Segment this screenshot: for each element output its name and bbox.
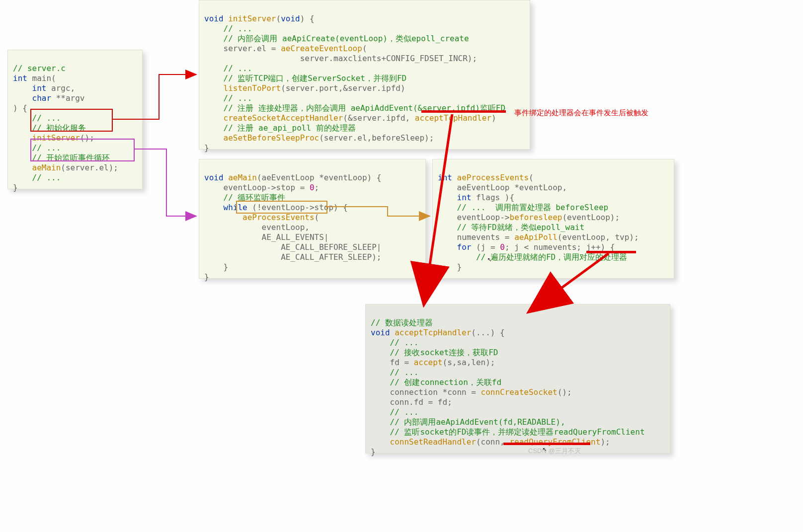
t: } (13, 183, 18, 192)
t: (conn, (476, 437, 509, 447)
t: 0 (500, 242, 505, 252)
t: // 接收socket连接，获取FD (371, 348, 498, 357)
t: flags ){ (471, 193, 514, 202)
t: // 开始监听事件循环 (13, 153, 110, 162)
t: connSetReadHandler (390, 437, 476, 447)
t: // 内部调用aeApiAddEvent(fd,READABLE), (371, 417, 565, 427)
t: ( (315, 213, 320, 222)
t: initServer (32, 133, 80, 143)
t (13, 163, 32, 172)
t: aeApiPoll (514, 232, 558, 242)
t: // 数据读处理器 (371, 318, 433, 327)
t: ( (362, 44, 367, 53)
t: beforesleep (510, 213, 562, 222)
t: // ... (13, 143, 61, 152)
t: (!eventLoop->stop) { (247, 203, 348, 212)
t: aeProcessEvents (242, 213, 315, 222)
t: 0 (310, 183, 315, 192)
t: // ... (204, 24, 252, 33)
t: // 初始化服务 (13, 123, 86, 133)
t: fd = (371, 358, 414, 367)
t (204, 133, 224, 143)
t: eventLoop, (204, 223, 310, 232)
t: ; (315, 183, 320, 192)
t: (server.el); (61, 163, 118, 172)
t: accept (414, 358, 443, 367)
t: while (224, 203, 247, 212)
code-box-aemain: void aeMain(aeEventLoop *eventLoop) { ev… (199, 159, 426, 279)
t: (eventLoop, tvp); (558, 232, 639, 242)
t: ) { (13, 103, 27, 113)
t: // ... (371, 407, 418, 417)
t: aeMain (32, 163, 61, 172)
t: ) { (300, 14, 315, 23)
t: (...) { (471, 328, 504, 337)
t: ( (276, 14, 281, 23)
t: int (457, 193, 472, 202)
t: (); (558, 387, 572, 397)
t: (&server.ipfd, (343, 113, 415, 123)
t: // server.c (13, 64, 66, 73)
code-box-aeprocessevents: int aeProcessEvents( aeEventLoop *eventL… (432, 159, 674, 279)
code-box-accepttcphandler: // 数据读处理器 void acceptTcpHandler(...) { /… (365, 304, 670, 454)
t: server.el = (204, 44, 281, 53)
code-box-initserver: void initServer(void) { // ... // 内部会调用 … (199, 0, 530, 150)
t (438, 242, 457, 252)
t: eventLoop->stop = (204, 183, 310, 192)
t: conn.fd = fd; (371, 397, 452, 407)
t: argc, (46, 83, 75, 93)
t: void (281, 14, 300, 23)
underline-handler (586, 251, 636, 253)
t: aeProcessEvents (452, 173, 529, 182)
t: numevents = (438, 232, 514, 242)
t: } (371, 447, 376, 456)
t: aeSetBeforeSleepProc (224, 133, 320, 143)
t (13, 133, 32, 143)
t: // 创建connection，关联fd (371, 378, 501, 387)
t: readQueryFromClient (509, 437, 600, 447)
t: // ... (438, 203, 495, 212)
t (204, 213, 242, 222)
t: } (204, 272, 209, 282)
t: 调用前置处理器 beforeSleep (495, 203, 609, 212)
t: } (438, 272, 443, 282)
underline-readqueryfromclient (503, 443, 590, 445)
t: connection *conn = (371, 387, 481, 397)
t: eventLoop-> (438, 213, 510, 222)
t: (aeEventLoop *eventLoop) { (257, 173, 381, 182)
t: int (13, 74, 27, 83)
annotation-red: 事件绑定的处理器会在事件发生后被触发 (514, 108, 648, 118)
t: aeCreateEventLoop (281, 44, 362, 53)
t: listenToPort (224, 83, 281, 93)
t: int (13, 83, 46, 93)
t (371, 437, 390, 447)
t: // 循环监听事件 (204, 193, 285, 202)
t: AE_CALL_BEFORE_SLEEP| (204, 242, 381, 252)
t: (server.el,beforeSleep); (319, 133, 434, 143)
watermark: CSDN @三月不灭 (528, 447, 581, 456)
t: // ... (371, 368, 418, 377)
t: AE_ALL_EVENTS| (204, 232, 328, 242)
t: ); (600, 437, 610, 447)
t: } (204, 143, 209, 152)
t: // 注册 ae_api_poll 前的处理器 (204, 123, 356, 133)
t: // ... (13, 113, 61, 123)
code-box-main: // server.c int main( int argc, char **a… (7, 50, 143, 189)
t: ( (529, 173, 534, 182)
t: (s,sa,len); (443, 358, 495, 367)
t: main( (27, 74, 56, 83)
t: // 监听TCP端口，创建ServerSocket，并得到FD (204, 74, 406, 83)
t: (eventLoop); (562, 213, 620, 222)
t (438, 193, 457, 202)
t: // ... (371, 338, 418, 347)
t: char (13, 93, 56, 103)
t: (j = (471, 242, 500, 252)
t: initServer (224, 14, 276, 23)
t: (); (80, 133, 94, 143)
t: ) (491, 113, 496, 123)
t: // 内部会调用 aeApiCreate(eventLoop)，类似epoll_… (204, 34, 469, 43)
t: void (204, 14, 224, 23)
t: **argv (56, 93, 85, 103)
t: void (204, 173, 224, 182)
t (204, 83, 224, 93)
